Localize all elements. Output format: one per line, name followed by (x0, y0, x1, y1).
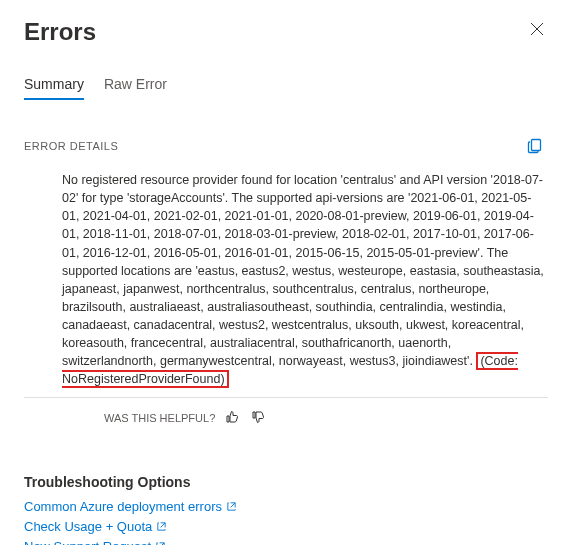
external-link-icon (226, 501, 237, 512)
close-button[interactable] (526, 18, 548, 44)
link-label: New Support Request (24, 539, 151, 546)
thumbs-down-button[interactable] (249, 408, 267, 429)
thumbs-up-button[interactable] (223, 408, 241, 429)
link-check-usage-quota[interactable]: Check Usage + Quota (24, 519, 548, 534)
troubleshooting-title: Troubleshooting Options (24, 474, 548, 490)
link-label: Common Azure deployment errors (24, 499, 222, 514)
tabs-container: Summary Raw Error (24, 70, 548, 101)
tab-raw-error[interactable]: Raw Error (104, 70, 167, 100)
copy-icon (527, 138, 543, 154)
external-link-icon (156, 521, 167, 532)
helpful-label: WAS THIS HELPFUL? (104, 412, 215, 424)
link-label: Check Usage + Quota (24, 519, 152, 534)
link-new-support-request[interactable]: New Support Request (24, 539, 548, 546)
close-icon (530, 22, 544, 36)
error-message-body: No registered resource provider found fo… (24, 171, 548, 398)
link-deployment-errors[interactable]: Common Azure deployment errors (24, 499, 548, 514)
error-message-text: No registered resource provider found fo… (62, 173, 544, 368)
thumbs-up-icon (225, 410, 239, 424)
thumbs-down-icon (251, 410, 265, 424)
error-details-label: ERROR DETAILS (24, 140, 118, 152)
external-link-icon (155, 541, 166, 546)
svg-rect-0 (532, 140, 541, 151)
tab-summary[interactable]: Summary (24, 70, 84, 100)
copy-button[interactable] (522, 133, 548, 159)
page-title: Errors (24, 18, 96, 46)
